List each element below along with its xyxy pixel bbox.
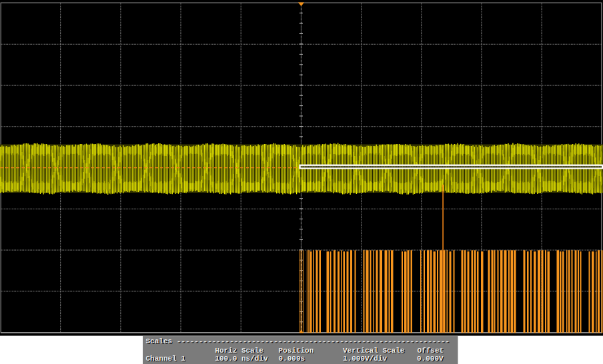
svg-text:1.000V/div: 1.000V/div: [343, 355, 387, 363]
svg-text:Vertical Scale: Vertical Scale: [343, 347, 405, 355]
svg-text:Offset: Offset: [418, 347, 444, 355]
svg-text:0.000V: 0.000V: [417, 355, 444, 363]
svg-text:Channel 1: Channel 1: [146, 355, 186, 363]
svg-text:0.000s: 0.000s: [279, 355, 306, 363]
svg-text:Scales -----------------------: Scales ---------------------------------…: [146, 337, 450, 345]
svg-text:Horiz Scale: Horiz Scale: [215, 347, 263, 355]
svg-text:100.0 ns/div: 100.0 ns/div: [215, 355, 268, 363]
svg-text:Position: Position: [279, 347, 314, 355]
